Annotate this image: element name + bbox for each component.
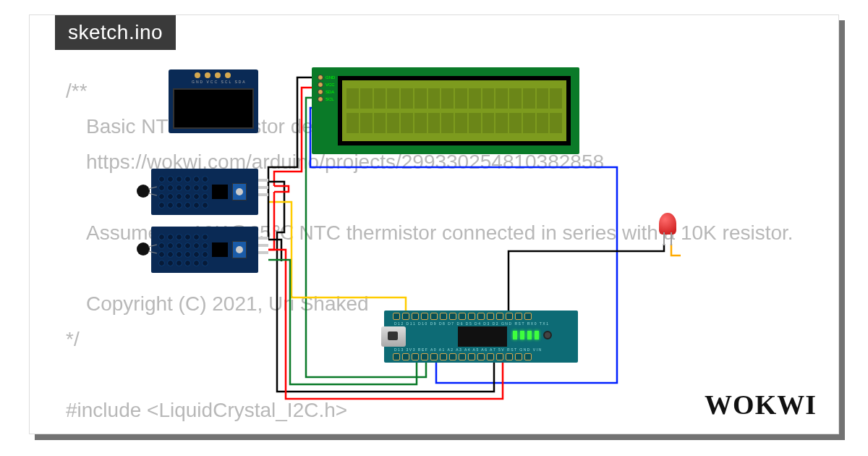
code-line [66,357,809,392]
preview-card: /** Basic NTC Thermistor demo https://wo… [29,14,839,434]
code-line [66,180,809,215]
code-line: https://wokwi.com/arduino/projects/29933… [66,144,809,180]
wokwi-logo: WOKWI [705,389,817,421]
file-tab[interactable]: sketch.ino [55,15,176,50]
code-preview: /** Basic NTC Thermistor demo https://wo… [30,15,838,434]
code-line: #include <LiquidCrystal_I2C.h> [66,392,809,428]
code-line [66,250,809,286]
code-line: /** [66,73,809,109]
code-line: */ [66,321,809,357]
code-line: Basic NTC Thermistor demo [66,109,809,144]
code-line: Copyright (C) 2021, Uri Shaked [66,286,809,321]
code-line: Assumes a 10K@25℃ NTC thermistor connect… [66,215,809,250]
